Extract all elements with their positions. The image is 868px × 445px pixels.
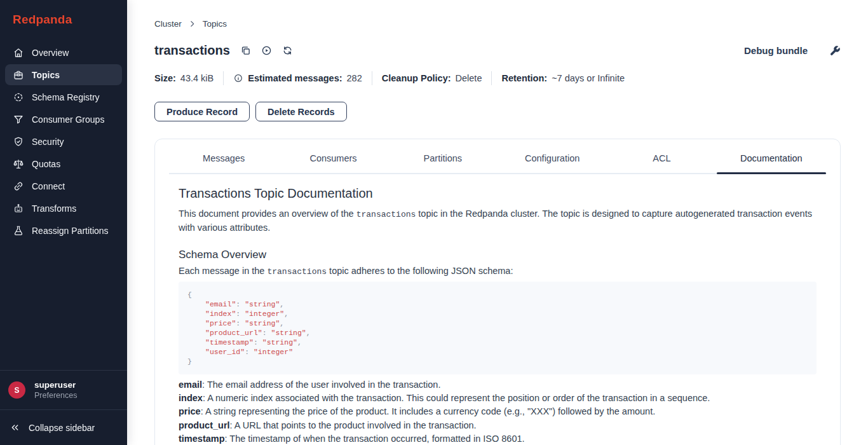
user-name: superuser — [34, 380, 77, 390]
json-schema-code-block: { "email": "string", "index": "integer",… — [179, 282, 817, 374]
field-definition: timestamp: The timestamp of when the tra… — [179, 432, 817, 445]
stat-size: Size: 43.4 kiB — [154, 73, 214, 83]
sidebar-item-quotas[interactable]: Quotas — [5, 153, 122, 174]
topics-box-icon — [13, 69, 24, 81]
chevron-right-icon — [188, 20, 196, 28]
delete-records-button[interactable]: Delete Records — [255, 102, 347, 121]
tab-messages[interactable]: Messages — [169, 139, 278, 173]
avatar: S — [8, 381, 25, 399]
tab-partitions[interactable]: Partitions — [388, 139, 498, 173]
home-icon — [13, 47, 24, 58]
sidebar-item-label: Transforms — [32, 203, 76, 214]
field-definition: product_url: A URL that points to the pr… — [179, 419, 817, 432]
inline-code: transactions — [356, 210, 416, 219]
user-preferences-link[interactable]: Preferences — [34, 390, 77, 400]
sidebar-item-connect[interactable]: Connect — [5, 175, 122, 196]
code-entry: "price": "string", — [187, 318, 808, 328]
collapse-sidebar-button[interactable]: Collapse sidebar — [0, 409, 127, 445]
breadcrumb-cluster[interactable]: Cluster — [154, 19, 182, 29]
sidebar: Redpanda Overview Topics Schema Registry… — [0, 0, 127, 445]
wrench-icon[interactable] — [829, 45, 841, 57]
shield-check-icon — [13, 136, 24, 147]
doc-intro: This document provides an overview of th… — [179, 207, 817, 235]
refresh-icon[interactable] — [282, 45, 293, 56]
collapse-sidebar-label: Collapse sidebar — [29, 423, 95, 433]
robot-icon — [13, 203, 24, 214]
scales-icon — [13, 158, 24, 170]
code-entry: "index": "integer", — [187, 309, 808, 318]
field-definition: index: A numeric index associated with t… — [179, 392, 817, 405]
topic-detail-card: Messages Consumers Partitions Configurat… — [154, 139, 841, 445]
sidebar-item-topics[interactable]: Topics — [5, 64, 122, 85]
stat-estimated-messages: Estimated messages: 282 — [233, 73, 362, 83]
sidebar-item-transforms[interactable]: Transforms — [5, 198, 122, 219]
info-icon[interactable] — [233, 73, 243, 83]
sidebar-item-consumer-groups[interactable]: Consumer Groups — [5, 109, 122, 130]
schema-intro: Each message in the transactions topic a… — [179, 264, 817, 278]
page-title: transactions — [154, 43, 230, 58]
divider — [372, 71, 372, 85]
link-icon — [13, 181, 24, 192]
page-header: transactions Debug bundle — [154, 43, 841, 58]
tab-bar: Messages Consumers Partitions Configurat… — [169, 139, 826, 174]
tab-configuration[interactable]: Configuration — [498, 139, 607, 173]
schema-overview-heading: Schema Overview — [179, 249, 817, 261]
play-circle-icon[interactable] — [261, 45, 272, 56]
topic-actions: Produce Record Delete Records — [154, 102, 841, 121]
breadcrumb: Cluster Topics — [154, 0, 841, 29]
topic-stats: Size: 43.4 kiB Estimated messages: 282 C… — [154, 71, 841, 85]
copy-icon[interactable] — [240, 45, 251, 56]
inline-code: transactions — [267, 267, 327, 277]
divider — [223, 71, 224, 85]
sidebar-item-label: Reassign Partitions — [32, 226, 109, 236]
tab-acl[interactable]: ACL — [607, 139, 716, 173]
sidebar-item-security[interactable]: Security — [5, 131, 122, 152]
documentation-content: Transactions Topic Documentation This do… — [155, 174, 840, 445]
sidebar-item-label: Overview — [32, 48, 69, 58]
sidebar-item-label: Connect — [32, 181, 65, 191]
sidebar-item-label: Topics — [32, 70, 60, 80]
doc-title: Transactions Topic Documentation — [179, 186, 817, 201]
tab-documentation[interactable]: Documentation — [717, 139, 826, 173]
produce-record-button[interactable]: Produce Record — [154, 102, 250, 121]
stat-retention: Retention: ~7 days or Infinite — [501, 73, 625, 83]
schema-registry-icon — [13, 92, 24, 103]
main-content: Cluster Topics transactions Debug bundle — [127, 0, 868, 445]
code-entry: "email": "string", — [187, 299, 808, 309]
sidebar-item-label: Security — [32, 137, 64, 147]
debug-bundle-link[interactable]: Debug bundle — [744, 45, 808, 56]
sidebar-item-label: Schema Registry — [32, 92, 100, 102]
field-definition: price: A string representing the price o… — [179, 405, 817, 418]
field-definitions: email: The email address of the user inv… — [179, 378, 817, 445]
flask-icon — [13, 225, 24, 236]
sidebar-item-reassign-partitions[interactable]: Reassign Partitions — [5, 220, 122, 241]
code-entry: "user_id": "integer" — [187, 347, 808, 357]
user-menu[interactable]: S superuser Preferences — [0, 370, 127, 409]
tab-consumers[interactable]: Consumers — [278, 139, 388, 173]
redpanda-logo[interactable]: Redpanda — [0, 0, 127, 37]
code-entry: "product_url": "string", — [187, 328, 808, 338]
stat-cleanup-policy: Cleanup Policy: Delete — [382, 73, 482, 83]
double-chevron-left-icon — [10, 422, 20, 433]
field-definition: email: The email address of the user inv… — [179, 378, 817, 392]
sidebar-item-label: Consumer Groups — [32, 114, 104, 125]
sidebar-item-label: Quotas — [32, 159, 60, 169]
sidebar-item-schema-registry[interactable]: Schema Registry — [5, 86, 122, 107]
funnel-icon — [13, 114, 24, 125]
sidebar-nav: Overview Topics Schema Registry Consumer… — [0, 41, 127, 242]
breadcrumb-topics[interactable]: Topics — [203, 19, 227, 29]
sidebar-footer: S superuser Preferences Collapse sidebar — [0, 370, 127, 445]
code-entry: "timestamp": "string", — [187, 338, 808, 347]
sidebar-item-overview[interactable]: Overview — [5, 42, 122, 63]
divider — [491, 71, 492, 85]
